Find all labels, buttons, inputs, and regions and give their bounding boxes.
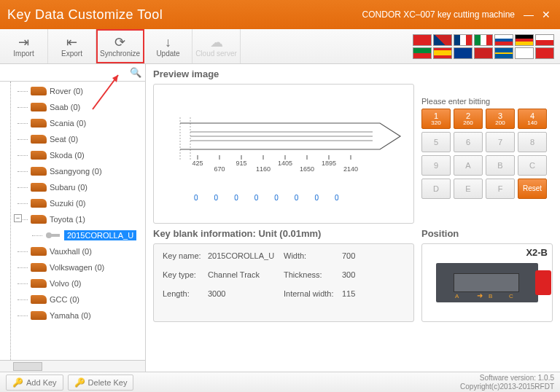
add-key-button[interactable]: 🔑 Add Key	[6, 375, 63, 391]
export-button[interactable]: ⇤ Export	[48, 29, 96, 63]
toolbar: ⇥ Import ⇤ Export ⟳ Synchronize ↓ Update…	[0, 29, 560, 64]
tree-item[interactable]: −Toyota (1)	[7, 211, 145, 227]
update-button[interactable]: ↓ Update	[144, 29, 192, 63]
tree-item[interactable]: Ssangyong (0)	[7, 163, 145, 179]
keypad-button[interactable]: 8	[518, 132, 547, 152]
tree-expander[interactable]: −	[14, 214, 22, 222]
add-key-label: Add Key	[26, 378, 57, 387]
tree-item[interactable]: Seat (0)	[7, 131, 145, 147]
brand-tree[interactable]: Rover (0)Saab (0)Scania (0)Seat (0)Skoda…	[0, 82, 145, 360]
delete-key-button[interactable]: 🔑 Delete Key	[68, 375, 134, 391]
flag-tr[interactable]	[535, 47, 554, 59]
tree-item[interactable]: Subaru (0)	[7, 179, 145, 195]
car-icon	[31, 135, 47, 144]
keypad-button[interactable]: D	[421, 179, 451, 199]
lab-keytype: Key type:	[163, 270, 208, 279]
keypad-button[interactable]: A	[454, 155, 483, 176]
sync-label: Synchronize	[100, 50, 140, 58]
sync-icon: ⟳	[114, 36, 125, 49]
keypad-button[interactable]: 4140	[518, 109, 547, 129]
lab-width: Width:	[284, 251, 342, 260]
tick-label: 425	[192, 160, 203, 167]
export-icon: ⇤	[66, 36, 77, 49]
bitting-value: 0	[295, 194, 299, 202]
flag-eu[interactable]	[454, 47, 472, 59]
tree-hscrollbar[interactable]	[0, 360, 145, 372]
lab-keyname: Key name:	[163, 251, 208, 260]
car-icon	[31, 119, 47, 128]
lab-thick: Thickness:	[284, 270, 342, 279]
car-icon	[31, 87, 47, 95]
bitting-value: 0	[214, 194, 219, 202]
tree-label: Suzuki (0)	[50, 199, 86, 208]
car-icon	[31, 151, 47, 160]
position-title: Position	[421, 228, 553, 239]
keypad-button[interactable]: 9	[421, 155, 451, 176]
car-icon	[31, 295, 47, 304]
keypad-button[interactable]: E	[454, 179, 483, 199]
tree-label: Vauxhall (0)	[50, 247, 92, 256]
tree-item[interactable]: Volvo (0)	[7, 275, 145, 291]
tree-item[interactable]: 2015COROLLA_U	[7, 227, 145, 243]
car-icon	[31, 311, 47, 320]
key-icon	[45, 232, 61, 239]
tree-label: GCC (0)	[50, 295, 79, 304]
flag-dk[interactable]	[474, 47, 493, 59]
keypad-button[interactable]: 5	[421, 132, 451, 152]
keypad-button[interactable]: 6	[454, 132, 483, 152]
export-label: Export	[61, 50, 82, 58]
flag-de[interactable]	[515, 34, 534, 46]
flag-pt[interactable]	[413, 47, 432, 59]
keypad-button[interactable]: 1320	[421, 109, 451, 129]
tree-item[interactable]: Suzuki (0)	[7, 195, 145, 211]
app-title: Key Data Customize Tool	[7, 7, 163, 23]
keypad-button[interactable]: F	[486, 179, 515, 199]
flag-fr[interactable]	[454, 34, 472, 46]
keypad-button[interactable]: 7	[486, 132, 515, 152]
tree-label: Skoda (0)	[50, 151, 85, 160]
machine-name: CONDOR XC–007 key cutting machine	[362, 9, 515, 20]
tree-item[interactable]: GCC (0)	[7, 291, 145, 307]
flag-ru[interactable]	[494, 34, 513, 46]
position-panel: X2-B A➜BC	[421, 243, 553, 322]
tree-item[interactable]: Vauxhall (0)	[7, 243, 145, 259]
tick-label: 670	[214, 165, 225, 173]
cloud-button[interactable]: ☁ Cloud server	[192, 29, 241, 63]
search-icon[interactable]: 🔍	[129, 67, 142, 78]
flag-uk[interactable]	[433, 34, 452, 46]
keypad-reset-button[interactable]: Reset	[518, 179, 547, 199]
tree-item[interactable]: Volkswagen (0)	[7, 259, 145, 275]
flag-cn[interactable]	[413, 34, 432, 46]
car-icon	[31, 247, 47, 256]
tree-item[interactable]: Yamaha (0)	[7, 307, 145, 324]
tree-item[interactable]: Skoda (0)	[7, 147, 145, 163]
position-label: X2-B	[526, 247, 548, 258]
bitting-value: 0	[274, 194, 279, 202]
minimize-button[interactable]: —	[522, 8, 535, 21]
lab-length: Length:	[163, 289, 208, 298]
language-flags	[407, 29, 560, 63]
keypad-button[interactable]: B	[486, 155, 515, 176]
preview-canvas: 42567091511601405165018952140 00000000	[153, 84, 414, 224]
close-button[interactable]: ✕	[540, 8, 553, 21]
tree-item[interactable]: Saab (0)	[7, 99, 145, 115]
keypad-button[interactable]: C	[518, 155, 547, 176]
flag-se[interactable]	[494, 47, 513, 59]
val-keyname: 2015COROLLA_U	[208, 251, 284, 260]
search-input[interactable]	[3, 67, 129, 79]
keypad-button[interactable]: 2260	[454, 109, 483, 129]
keypad-button[interactable]: 3200	[486, 109, 515, 129]
flag-it[interactable]	[474, 34, 493, 46]
flag-es[interactable]	[433, 47, 452, 59]
import-button[interactable]: ⇥ Import	[0, 29, 48, 63]
tree-item[interactable]: Rover (0)	[7, 83, 145, 99]
flag-pl[interactable]	[535, 34, 554, 46]
tree-label: Volkswagen (0)	[50, 263, 104, 272]
preview-title: Preview image	[153, 68, 553, 79]
synchronize-button[interactable]: ⟳ Synchronize	[96, 29, 144, 63]
bitting-value: 0	[335, 194, 339, 202]
tree-item[interactable]: Scania (0)	[7, 115, 145, 131]
tree-label: Volvo (0)	[50, 279, 81, 288]
tree-label: Yamaha (0)	[50, 311, 91, 320]
flag-other1[interactable]	[515, 47, 534, 59]
